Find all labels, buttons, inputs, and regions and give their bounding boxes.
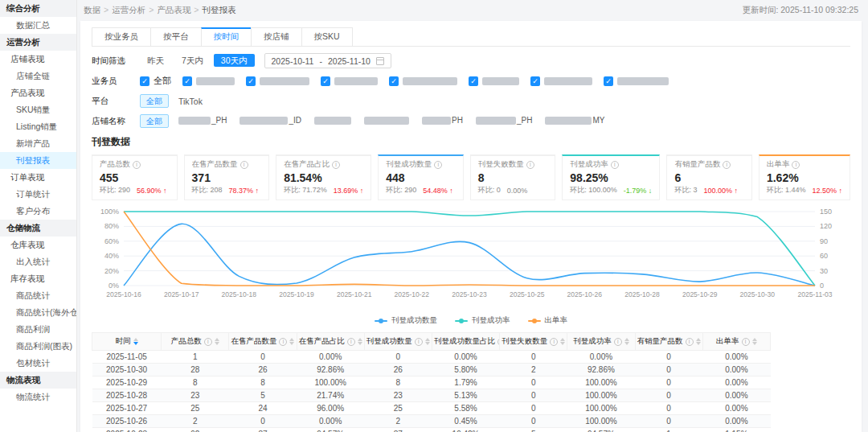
sort-asc-icon[interactable] — [624, 338, 629, 341]
salesman-option[interactable]: ✓ — [246, 76, 309, 86]
sidebar-item[interactable]: 仓库表现 — [0, 237, 76, 253]
sort-desc-icon[interactable] — [696, 342, 701, 345]
shop-option[interactable]: _PH — [476, 116, 532, 125]
sort-asc-icon[interactable] — [425, 338, 430, 341]
sort-asc-icon[interactable] — [133, 338, 138, 341]
column-header[interactable]: 刊登失败数量i — [500, 333, 567, 351]
sort-desc-icon[interactable] — [133, 342, 138, 345]
salesman-option[interactable]: ✓ — [530, 76, 592, 86]
column-header[interactable]: 刊登成功率i — [567, 333, 635, 351]
shop-all-tag[interactable]: 全部 — [140, 114, 169, 128]
sort-asc-icon[interactable] — [696, 338, 701, 341]
shop-option[interactable] — [314, 117, 351, 125]
sidebar-item[interactable]: 店铺表现 — [0, 51, 76, 68]
sort-icons[interactable] — [425, 338, 430, 345]
sort-desc-icon[interactable] — [289, 342, 294, 345]
time-range-option[interactable]: 7天内 — [174, 54, 211, 67]
sort-asc-icon[interactable] — [560, 338, 565, 341]
shop-option[interactable]: _ID — [240, 116, 301, 125]
sort-asc-icon[interactable] — [215, 338, 219, 341]
legend-item[interactable]: 刊登成功数量 — [375, 315, 437, 326]
tab[interactable]: 按SKU — [301, 27, 353, 46]
tab[interactable]: 按平台 — [150, 27, 201, 46]
checkbox-checked-icon[interactable]: ✓ — [182, 76, 192, 86]
sidebar-item[interactable]: 出入统计 — [0, 253, 76, 270]
sidebar-item[interactable]: 商品利润 — [0, 321, 76, 338]
salesman-option[interactable]: ✓ — [469, 76, 519, 86]
legend-item[interactable]: 出单率 — [528, 315, 568, 326]
sort-icons[interactable] — [696, 338, 701, 345]
checkbox-checked-icon[interactable]: ✓ — [321, 76, 330, 86]
sidebar-item[interactable]: 订单统计 — [0, 186, 76, 203]
shop-option[interactable]: PH — [422, 116, 463, 125]
column-header[interactable]: 刊登成功数量i — [364, 333, 432, 351]
sort-icons[interactable] — [289, 338, 294, 345]
sidebar-item[interactable]: 物流表现 — [0, 372, 76, 389]
sidebar-item[interactable]: 新增产品 — [0, 135, 76, 152]
tab[interactable]: 按时间 — [201, 27, 252, 46]
sort-desc-icon[interactable] — [358, 342, 362, 345]
breadcrumb-item[interactable]: 运营分析 — [112, 5, 145, 14]
shop-option[interactable] — [364, 117, 409, 125]
sidebar-item[interactable]: 客户分布 — [0, 203, 76, 220]
breadcrumb-item[interactable]: 产品表现 — [157, 5, 190, 14]
breadcrumb-item[interactable]: 数据 — [84, 5, 100, 14]
sidebar-item[interactable]: 物流统计 — [0, 389, 76, 405]
sort-desc-icon[interactable] — [215, 342, 219, 345]
salesman-option[interactable]: ✓ — [604, 76, 669, 86]
sort-asc-icon[interactable] — [289, 338, 294, 341]
metric-card[interactable]: 在售产品数量i371环比: 20878.37% ↑ — [184, 154, 270, 200]
metric-card[interactable]: 有销量产品数i6环比: 3100.00% ↑ — [666, 154, 752, 200]
column-header[interactable]: 产品总数i — [162, 333, 229, 351]
sort-icons[interactable] — [560, 338, 565, 345]
tab[interactable]: 按业务员 — [92, 27, 150, 46]
column-header[interactable]: 在售产品数量i — [229, 333, 297, 351]
sort-icons[interactable] — [133, 338, 138, 345]
sort-desc-icon[interactable] — [624, 342, 629, 345]
sort-desc-icon[interactable] — [425, 342, 430, 345]
sidebar-item[interactable]: 店铺全链 — [0, 68, 76, 84]
checkbox-checked-icon[interactable]: ✓ — [604, 76, 613, 86]
sort-icons[interactable] — [215, 338, 219, 345]
sidebar-item[interactable]: 综合分析 — [0, 0, 76, 17]
metric-card[interactable]: 刊登成功数量i448环比: 29054.48% ↑ — [378, 154, 464, 200]
tab[interactable]: 按店铺 — [251, 27, 301, 46]
platform-all-tag[interactable]: 全部 — [140, 94, 169, 108]
sort-desc-icon[interactable] — [560, 342, 565, 345]
platform-option-tiktok[interactable]: TikTok — [178, 97, 203, 106]
time-range-option[interactable]: 昨天 — [140, 54, 171, 67]
sort-icons[interactable] — [624, 338, 629, 345]
metric-card[interactable]: 刊登成功率i98.25%环比: 100.00%-1.79% ↓ — [562, 154, 660, 200]
sidebar-item[interactable]: Listing销量 — [0, 118, 76, 135]
metric-card[interactable]: 刊登失败数量i8环比: 00.00% — [470, 154, 556, 200]
checkbox-checked-icon[interactable]: ✓ — [246, 76, 256, 86]
sort-icons[interactable] — [358, 338, 362, 345]
sort-icons[interactable] — [752, 338, 757, 345]
sidebar-item[interactable]: 商品统计(海外仓) — [0, 304, 76, 321]
sort-desc-icon[interactable] — [752, 342, 757, 345]
sort-asc-icon[interactable] — [358, 338, 362, 341]
metric-card[interactable]: 在售产品占比i81.54%环比: 71.72%13.69% ↑ — [276, 154, 371, 200]
column-header[interactable]: 时间 — [92, 333, 162, 351]
metric-card[interactable]: 出单率i1.62%环比: 1.44%12.50% ↑ — [759, 154, 850, 200]
sidebar-item[interactable]: SKU销量 — [0, 101, 76, 118]
sidebar-item[interactable]: 数据汇总 — [0, 17, 76, 34]
checkbox-checked-icon[interactable]: ✓ — [469, 76, 478, 86]
time-range-option[interactable]: 30天内 — [214, 54, 255, 67]
sidebar-item[interactable]: 刊登报表 — [0, 152, 76, 169]
sidebar-item[interactable]: 订单表现 — [0, 169, 76, 186]
sidebar-item[interactable]: 库存表现 — [0, 270, 76, 287]
checkbox-checked-icon[interactable]: ✓ — [530, 76, 540, 86]
sidebar-item[interactable]: 运营分析 — [0, 34, 76, 51]
metric-card[interactable]: 产品总数i455环比: 29056.90% ↑ — [92, 154, 178, 200]
column-header[interactable]: 出单率i — [702, 333, 770, 351]
salesman-option[interactable]: ✓ — [389, 76, 457, 86]
sidebar-item[interactable]: 商品统计 — [0, 287, 76, 304]
sidebar-item[interactable]: 商品利润(图表) — [0, 338, 76, 355]
column-header[interactable]: 刊登成功数量占比i — [432, 333, 499, 351]
sidebar-item[interactable]: 产品表现 — [0, 84, 76, 101]
sidebar-item[interactable]: 包材统计 — [0, 355, 76, 372]
sort-asc-icon[interactable] — [752, 338, 757, 341]
checkbox-checked-icon[interactable]: ✓ — [140, 76, 149, 86]
salesman-option[interactable]: ✓ — [182, 76, 235, 86]
